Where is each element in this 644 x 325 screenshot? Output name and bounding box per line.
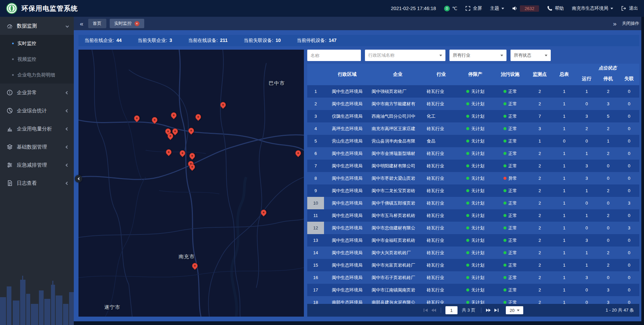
row-monitor-points: 2 [527, 209, 552, 222]
table-row[interactable]: 10阆中生态环境局阆中千佛镇五郎垭页岩砖瓦行业无计划正常21003 [307, 197, 639, 209]
table-header: 行政区域 企业 行业 停限产 治污设施 监测点 总表 点位状态 运行 停机 失联 [307, 64, 639, 85]
close-tab-icon[interactable]: × [135, 21, 140, 26]
scroll-tabs-right-button[interactable]: » [611, 20, 618, 27]
status-dot-icon [503, 177, 506, 180]
table-row[interactable]: 14阆中生态环境局阆中大兴页岩机砖厂砖瓦行业无计划正常21120 [307, 247, 639, 259]
sidebar-item-emergency-reduction[interactable]: 应急减排管理 [0, 156, 74, 174]
row-monitor-points: 2 [527, 271, 552, 284]
table-row[interactable]: 16阆中生态环境局阆中市石子页岩机砖厂砖瓦行业无计划正常21300 [307, 271, 639, 284]
map[interactable]: 巴中市南充市遂宁市 [78, 50, 304, 317]
row-offline-count: 0 [619, 172, 639, 184]
stat-item: 当前失联企业:3 [138, 38, 172, 44]
row-production-status: 无计划 [457, 147, 493, 160]
row-production-status: 无计划 [457, 222, 493, 234]
table-row[interactable]: 13阆中生态环境局阆中市金福旺页岩机砖砖瓦行业无计划正常21300 [307, 234, 639, 247]
sidebar-item-power-load-detail[interactable]: 企业电力负荷明细 [0, 67, 74, 83]
scroll-tabs-left-button[interactable]: « [78, 20, 85, 27]
row-industry: 砖瓦行业 [425, 296, 457, 304]
fullscreen-button[interactable]: 全屏 [465, 5, 482, 11]
table-row[interactable]: 3仪陇生态环境局西南油气田分公司川中化工无计划正常71350 [307, 110, 639, 122]
first-page-icon [423, 308, 428, 312]
tab-realtime-monitoring[interactable]: 实时监控 × [110, 19, 144, 28]
sidebar-item-enterprise-statistics[interactable]: 企业综合统计 [0, 102, 74, 120]
stat-item: 当前停机设备:147 [297, 38, 336, 44]
row-offline-count: 0 [619, 247, 639, 259]
row-industry: 砖瓦行业 [425, 160, 457, 172]
row-running-count: 3 [576, 160, 597, 172]
row-index: 12 [307, 222, 324, 234]
table-row[interactable]: 2阆中生态环境局阆中市南方节能建材有砖瓦行业无计划正常21030 [307, 98, 639, 110]
table-row[interactable]: 17阆中生态环境局阆中市江南镇阆南页岩砖瓦行业无计划正常21030 [307, 284, 639, 296]
table-row[interactable]: 11阆中生态环境局阆中市五马桥页岩机砖砖瓦行业无计划正常21120 [307, 209, 639, 222]
row-monitor-points: 2 [527, 247, 552, 259]
status-dot-icon [466, 140, 469, 143]
scrollbar-track[interactable] [641, 17, 644, 325]
status-dot-icon [466, 189, 469, 192]
industry-select[interactable]: 所有行业 [449, 50, 506, 61]
row-region: 阆中生态环境局 [324, 160, 370, 172]
row-company: 南充市高坪区王家店建 [370, 122, 425, 135]
sidebar-item-realtime-monitoring[interactable]: 实时监控 [0, 36, 74, 51]
sidebar-item-log-view[interactable]: 日志查看 [0, 174, 74, 192]
table-row[interactable]: 18南部生态环境局南部县建兴水泥有限公砖瓦行业无计划正常21030 [307, 296, 639, 304]
table-row[interactable]: 6阆中生态环境局阆中市金博瑞新型墙材砖瓦行业无计划正常21120 [307, 147, 639, 160]
table-row[interactable]: 12阆中生态环境局阆中市忠信建材有限公砖瓦行业无计划正常21003 [307, 222, 639, 234]
row-company: 营山县润丰肉食品有限 [370, 135, 425, 147]
status-dot-icon [466, 288, 469, 291]
status-dot-icon [466, 115, 469, 118]
collapse-sidebar-button[interactable] [75, 175, 82, 182]
close-operations-button[interactable]: 关闭操作 [622, 20, 639, 26]
row-monitor-points: 2 [527, 234, 552, 247]
table-row[interactable]: 4高坪生态环境局南充市高坪区王家店建砖瓦行业无计划正常31220 [307, 122, 639, 135]
table-row[interactable]: 1阆中生态环境局阆中强锐页岩砖厂砖瓦行业无计划正常21120 [307, 85, 639, 98]
region-select[interactable]: 行政区域名称 [365, 50, 445, 61]
page-number-input[interactable] [445, 306, 458, 314]
row-index: 6 [307, 147, 324, 160]
row-production-status: 无计划 [457, 135, 493, 147]
row-index: 17 [307, 284, 324, 296]
sidebar-item-enterprise-anomaly[interactable]: 企业异常 [0, 84, 74, 102]
alarm-button[interactable]: 2632 [512, 5, 539, 12]
region-select-value: 行政区域名称 [368, 52, 394, 58]
prev-page-button[interactable] [431, 308, 436, 312]
row-facility-status: 正常 [493, 135, 527, 147]
sidebar-item-base-data-management[interactable]: 基础数据管理 [0, 138, 74, 156]
row-monitor-points: 2 [527, 172, 552, 184]
row-stopped-count: 2 [597, 259, 619, 271]
row-total-meters: 1 [552, 234, 576, 247]
row-offline-count: 0 [619, 147, 639, 160]
table-row[interactable]: 15阆中生态环境局阆中市光富页岩机砖厂砖瓦行业无计划正常21120 [307, 259, 639, 271]
row-facility-status: 正常 [493, 259, 527, 271]
first-page-button[interactable] [423, 308, 428, 312]
row-total-meters: 1 [552, 247, 576, 259]
row-region: 阆中生态环境局 [324, 271, 370, 284]
table-row[interactable]: 7阆中生态环境局阆中明阳建材有限公司砖瓦行业无计划正常21300 [307, 160, 639, 172]
theme-menu-button[interactable]: 主题 [490, 5, 504, 11]
stat-value: 44 [116, 38, 122, 44]
row-stopped-count: 0 [597, 271, 619, 284]
organization-menu-button[interactable]: 南充市生态环境局 [572, 5, 613, 11]
status-dot-icon [503, 164, 506, 167]
next-page-button[interactable] [486, 308, 491, 312]
sidebar-item-video-monitoring[interactable]: 视频监控 [0, 51, 74, 67]
row-stopped-count: 2 [597, 247, 619, 259]
status-dot-icon [466, 152, 469, 155]
row-total-meters: 1 [552, 110, 576, 122]
row-monitor-points: 2 [527, 85, 552, 98]
logout-button[interactable]: 退出 [621, 5, 638, 11]
table-row[interactable]: 8阆中生态环境局阆中市枣碧大梁山页岩砖瓦行业无计划异常21300 [307, 172, 639, 184]
sidebar-item-data-monitoring[interactable]: 数据监测 [0, 17, 74, 35]
last-page-button[interactable] [494, 308, 499, 312]
table-row[interactable]: 5营山生态环境局营山县润丰肉食品有限食品无计划正常10010 [307, 135, 639, 147]
tab-home[interactable]: 首页 [88, 19, 106, 28]
row-monitor-points: 7 [527, 110, 552, 122]
fullscreen-label: 全屏 [473, 5, 482, 11]
table-row[interactable]: 9阆中生态环境局阆中市二龙长宝页岩砖砖瓦行业无计划正常21120 [307, 184, 639, 197]
sidebar-item-label: 实时监控 [17, 41, 36, 47]
name-search-input[interactable] [307, 50, 361, 61]
help-button[interactable]: 帮助 [547, 5, 564, 11]
status-select[interactable]: 所有状态 [511, 50, 551, 61]
page-size-select[interactable]: 20 [506, 306, 523, 314]
sidebar-item-label: 日志查看 [17, 180, 37, 186]
sidebar-item-power-usage-analysis[interactable]: 企业用电量分析 [0, 120, 74, 138]
